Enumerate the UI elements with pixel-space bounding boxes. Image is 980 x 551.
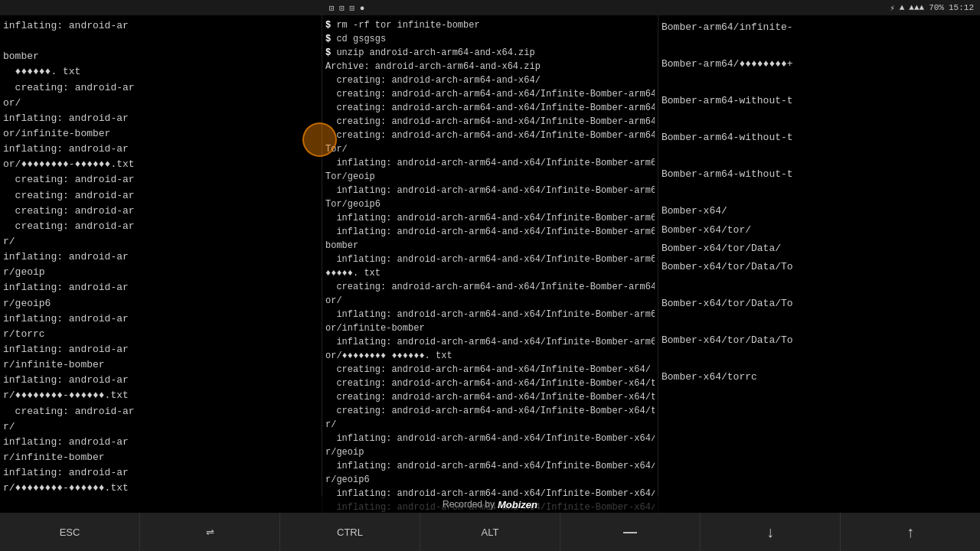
switch-button[interactable]: ⇌ [140,513,280,551]
term-line: creating: android-arch-arm64-and-x64/Inf… [325,404,655,418]
up-button[interactable]: ↑ [841,513,980,551]
term-line: r/ [3,419,318,435]
term-line: inflating: android-ar [3,111,318,126]
switch-icon: ⇌ [206,527,214,538]
term-line: inflating: android-ar [3,249,318,265]
term-line: Bomber-arm64-without-t [662,165,977,184]
term-line: inflating: android-arch-arm64-and-x64/In… [325,184,655,197]
terminal-icons: ⊡ ⊡ ⊡ ● [329,3,364,13]
term-line: or/♦♦♦♦♦♦♦♦ ♦♦♦♦♦♦. txt [325,349,655,363]
alt-label: ALT [482,527,499,538]
term-line: Bomber-x64/tor/Data/ [662,240,977,258]
center-terminal-panel[interactable]: $ rm -rf tor infinite-bomber $ cd gsgsgs… [322,15,658,513]
term-line [662,313,977,331]
term-line: or/♦♦♦♦♦♦♦♦-♦♦♦♦♦♦.txt [3,157,318,172]
ctrl-button[interactable]: CTRL [280,513,420,551]
term-line: creating: android-ar [3,80,318,96]
main-content: inflating: android-ar bomber ♦♦♦♦♦♦. txt… [0,15,980,513]
term-line: creating: android-arch-arm64-and-x64/Inf… [325,377,655,390]
term-line: creating: android-ar [3,204,318,219]
term-line: creating: android-ar [3,188,318,204]
bluetooth-icon: ⚡ [890,3,895,13]
term-line [3,34,318,49]
term-line: inflating: android-arch-arm64-and-x64/In… [325,225,655,239]
term-line: Bomber-arm64-without-t [662,129,977,147]
term-line [662,110,977,129]
esc-label: ESC [60,527,80,538]
term-line: creating: android-arch-arm64-and-x64/Inf… [325,390,655,404]
term-line: r/torrc [3,327,318,342]
esc-button[interactable]: ESC [0,513,140,551]
bottom-toolbar: ESC ⇌ CTRL ALT — ↓ ↑ [0,513,980,551]
term-line: ♦♦♦♦♦♦. txt [3,64,318,80]
touch-indicator [302,122,337,157]
down-button[interactable]: ↓ [701,513,841,551]
term-line: creating: android-arch-arm64-and-x64/Inf… [325,280,655,294]
term-line: Bomber-arm64/infinite- [662,18,977,37]
mobizen-logo: Mobizen [498,499,537,510]
dash-button[interactable]: — [560,513,701,551]
recorded-bar: Recorded by Mobizen [0,496,980,513]
term-line [662,147,977,165]
ctrl-label: CTRL [337,527,363,538]
term-line: creating: android-ar [3,172,318,187]
term-line: Archive: android-arch-arm64-and-x64.zip [325,60,655,73]
left-terminal-panel[interactable]: inflating: android-ar bomber ♦♦♦♦♦♦. txt… [0,15,322,513]
term-line: r/♦♦♦♦♦♦♦♦-♦♦♦♦♦♦.txt [3,481,318,496]
term-line: r/♦♦♦♦♦♦♦♦-♦♦♦♦♦♦.txt [3,388,318,403]
wifi-icon: ▲ [900,3,905,12]
battery-level: 70% [929,3,944,12]
term-line: inflating: android-ar [3,142,318,157]
term-line: Bomber-x64/torrc [662,368,977,386]
signal-icon: ▲▲▲ [909,3,924,12]
term-line [662,37,977,55]
recorded-by-text: Recorded by [443,499,495,510]
term-line: or/infinite-bomber [3,126,318,142]
term-line: inflating: android-ar [3,373,318,388]
term-line: $ unzip android-arch-arm64-and-x64.zip [325,46,655,60]
term-line: r/infinite-bomber [3,357,318,373]
term-line: inflating: android-arch-arm64-and-x64/In… [325,156,655,170]
up-arrow-icon: ↑ [906,523,914,541]
term-line: Tor/geoip [325,170,655,184]
term-line: creating: android-arch-arm64-and-x64/ [325,73,655,87]
term-line: Bomber-x64/tor/ [662,221,977,240]
alt-button[interactable]: ALT [420,513,560,551]
term-line: inflating: android-ar [3,311,318,327]
term-line: inflating: android-arch-arm64-and-x64/In… [325,432,655,445]
term-line: Bomber-x64/tor/Data/To [662,331,977,350]
term-line: inflating: android-arch-arm64-and-x64/In… [325,253,655,266]
term-line: inflating: android-ar [3,465,318,481]
term-line: r/geoip6 [3,296,318,311]
term-line: r/ [325,418,655,432]
term-line: inflating: android-arch-arm64-and-x64/In… [325,459,655,473]
term-line: r/geoip6 [325,473,655,487]
term-line: Tor/geoip6 [325,197,655,211]
term-line: creating: android-ar [3,219,318,234]
status-right: ⚡ ▲ ▲▲▲ 70% 15:12 [890,3,974,13]
term-line [662,350,977,368]
term-line: inflating: android-arch-arm64-and-x64/In… [325,335,655,349]
term-line: inflating: android-ar [3,18,318,34]
term-line [662,276,977,295]
term-line: creating: android-arch-arm64-and-x64/Inf… [325,115,655,129]
term-line: inflating: android-ar [3,342,318,357]
term-line: Bomber-x64/tor/Data/To [662,258,977,276]
term-line: Bomber-arm64/♦♦♦♦♦♦♦♦+ [662,55,977,73]
term-line: creating: android-arch-arm64-and-x64/Inf… [325,101,655,115]
status-bar: ⊡ ⊡ ⊡ ● ⚡ ▲ ▲▲▲ 70% 15:12 [0,0,980,15]
term-line: inflating: android-ar [3,280,318,295]
term-line: inflating: android-ar [3,435,318,450]
term-line: creating: android-arch-arm64-and-x64/Inf… [325,87,655,101]
term-line: inflating: android-arch-arm64-and-x64/In… [325,211,655,225]
term-line: ♦♦♦♦♦. txt [325,266,655,280]
term-line: Bomber-x64/tor/Data/To [662,295,977,313]
term-line: $ rm -rf tor infinite-bomber [325,18,655,32]
term-line: or/ [3,96,318,111]
term-line: r/geoip [325,445,655,459]
term-line: creating: android-arch-arm64-and-x64/Inf… [325,363,655,377]
term-line [662,73,977,92]
time-display: 15:12 [949,3,974,12]
term-line: r/ [3,234,318,249]
term-line: Bomber-x64/ [662,202,977,220]
